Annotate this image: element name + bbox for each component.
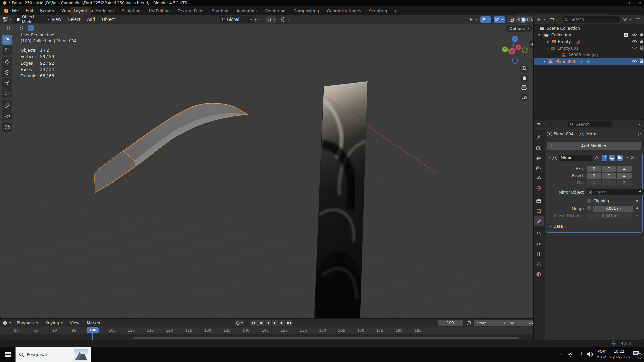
close-button[interactable]: ✕ (636, 0, 644, 6)
select-mode-intersect-icon[interactable] (28, 25, 34, 31)
editor-type-button[interactable] (2, 16, 13, 23)
pin-id-icon[interactable] (637, 132, 641, 136)
workspace-tab-uv-editing[interactable]: UV Editing (145, 7, 173, 15)
outliner-row-empty[interactable]: Empty (536, 38, 644, 45)
workspace-tab-layout[interactable]: Layout (70, 7, 91, 15)
minimize-button[interactable]: – (616, 0, 625, 6)
show-in-render-toggle[interactable] (617, 155, 623, 161)
mirror-bisect-z-button[interactable]: Z (617, 173, 632, 179)
collection-checkbox[interactable] (624, 33, 628, 37)
playhead-line[interactable] (92, 332, 93, 340)
empty001-closed-eye-icon[interactable] (632, 47, 637, 50)
merge-decorator-dot[interactable] (636, 207, 638, 209)
properties-tab-material[interactable] (534, 270, 544, 279)
measure-tool[interactable] (2, 110, 12, 120)
outliner-display-mode-dropdown[interactable] (536, 16, 547, 23)
jump-to-end-button[interactable] (286, 320, 292, 326)
timeline-menu-view[interactable]: View (69, 321, 80, 325)
properties-tab-particles[interactable] (534, 229, 544, 239)
shading-material-button[interactable] (526, 17, 530, 22)
zoom-view-icon[interactable] (520, 65, 528, 73)
topbar-menu-render[interactable]: Render (38, 8, 56, 14)
mirror-bisect-x-button[interactable]: X (587, 173, 601, 179)
add-cube-tool[interactable] (2, 122, 12, 132)
shading-rendered-button[interactable] (531, 17, 533, 22)
empty-hide-eye-icon[interactable] (632, 39, 637, 43)
pan-view-icon[interactable] (520, 74, 528, 82)
modifier-name-field[interactable]: Mirror (559, 155, 592, 161)
properties-search-input[interactable]: Search (567, 121, 613, 127)
tray-clock[interactable]: 18:22 31/07/2025 (607, 349, 631, 360)
move-tool[interactable] (2, 57, 12, 67)
outliner-filter-display-dropdown[interactable] (549, 16, 559, 23)
modifier-extras-dropdown[interactable] (626, 157, 628, 158)
properties-tab-scene[interactable] (534, 173, 544, 183)
properties-tab-modifiers[interactable] (534, 216, 544, 226)
maximize-button[interactable]: ▢ (626, 0, 635, 6)
tray-chevron-up-icon[interactable] (559, 353, 563, 356)
use-preview-range-icon[interactable] (466, 320, 471, 325)
workspace-tab-texture-paint[interactable]: Texture Paint (174, 7, 207, 15)
topbar-menu-file[interactable]: File (10, 8, 21, 14)
viewport-3d[interactable]: Object Mode ViewSelectAddObject Global (0, 15, 533, 318)
show-overlays-dropdown[interactable] (494, 16, 505, 23)
viewport-menu-object[interactable]: Object (101, 17, 116, 22)
proportional-editing-dropdown[interactable] (280, 16, 291, 23)
gizmo-axis-x-neg[interactable] (522, 48, 527, 53)
jump-to-prev-keyframe-button[interactable] (257, 320, 264, 326)
object-visibility-dropdown[interactable] (468, 16, 479, 23)
app-menu-blender-icon[interactable] (3, 8, 9, 13)
tray-volume-icon[interactable] (586, 351, 594, 358)
gizmo-center[interactable] (509, 49, 515, 54)
annotate-tool[interactable] (2, 100, 12, 110)
camera-view-icon[interactable] (520, 84, 528, 92)
timeline-menu-keying[interactable]: Keying (45, 321, 64, 325)
timeline-scrollbar[interactable] (133, 337, 519, 339)
plane004-render-camera-icon[interactable] (639, 59, 644, 63)
toggle-xray-button[interactable] (507, 16, 516, 23)
merge-checkbox[interactable] (587, 206, 591, 210)
timeline-menu-marker[interactable]: Marker (86, 321, 102, 325)
data-subpanel-header[interactable]: Data (550, 224, 563, 229)
reference-image-plane[interactable] (313, 82, 368, 318)
breadcrumb-modifier[interactable]: Mirror (586, 132, 598, 136)
properties-tab-tool[interactable] (534, 133, 544, 143)
properties-tab-output[interactable] (534, 153, 544, 163)
scale-tool[interactable] (2, 78, 12, 88)
empty001-render-camera-icon[interactable] (639, 46, 644, 50)
outliner-search-input[interactable]: Search (562, 16, 620, 23)
outliner-filter-dropdown[interactable] (622, 16, 632, 23)
properties-tab-view-layer[interactable] (534, 163, 544, 173)
shading-solid-button[interactable] (521, 17, 526, 23)
select-mode-subtract-icon[interactable] (15, 25, 21, 31)
snap-magnet-dropdown[interactable] (266, 16, 276, 23)
gizmo-axis-z-neg[interactable] (512, 58, 518, 64)
select-mode-invert-icon[interactable] (22, 25, 27, 31)
auto-keying-dropdown[interactable] (241, 322, 243, 324)
tray-language-indicator[interactable]: POR PTB2 (596, 349, 607, 360)
jump-to-next-keyframe-button[interactable] (279, 320, 285, 326)
select-box-tool[interactable] (2, 35, 12, 45)
collection-expand-icon[interactable] (538, 34, 540, 36)
mode-dropdown[interactable]: Object Mode (14, 16, 51, 23)
mirror-axis-y-button[interactable]: Y (602, 166, 616, 172)
playhead-badge[interactable]: 100 (87, 327, 99, 333)
workspace-tab-animation[interactable]: Animation (233, 7, 260, 15)
properties-tab-collection[interactable] (534, 196, 544, 206)
workspace-tab-scripting[interactable]: Scripting (365, 7, 391, 15)
notification-center-button[interactable]: 3 (633, 350, 643, 359)
drag-handle-icon[interactable]: ⠿ (636, 156, 639, 159)
plane004-hide-eye-icon[interactable] (632, 59, 637, 63)
outliner-row-plane004[interactable]: Plane.004 (536, 58, 644, 65)
show-on-cage-toggle[interactable] (602, 155, 607, 161)
viewport-menu-select[interactable]: Select (67, 17, 81, 22)
transform-orientation-dropdown[interactable]: Global (219, 16, 254, 23)
bing-daily-image[interactable] (74, 349, 88, 361)
empty-render-camera-icon[interactable] (639, 39, 644, 43)
timeline-ruler[interactable]: 8085909510511011512012513013514014515015… (0, 327, 533, 334)
properties-editor-type-button[interactable] (536, 121, 547, 128)
navigation-gizmo[interactable]: Z Y X (498, 29, 533, 116)
outliner-row-image-data[interactable]: 26986-mid.jpg (536, 52, 644, 58)
cursor-tool[interactable] (2, 45, 12, 55)
start-button[interactable] (0, 347, 15, 362)
